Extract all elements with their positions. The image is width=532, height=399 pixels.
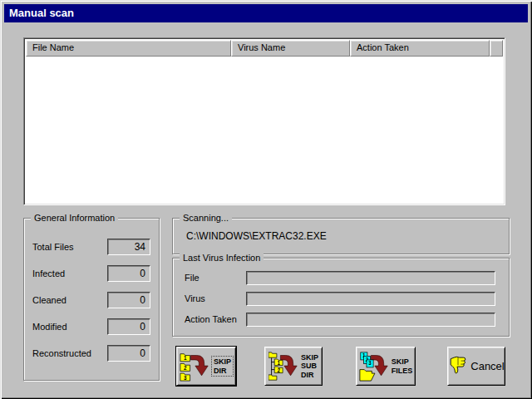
manual-scan-dialog: Manual scan File Name Virus Name Action … (0, 0, 532, 399)
modified-row: Modified 0 (32, 318, 150, 335)
reconstructed-row: Reconstructed 0 (32, 345, 150, 362)
skip-files-icon: 1 2 3 (359, 350, 389, 383)
scanning-group: Scanning... C:\WINDOWS\EXTRAC32.EXE (172, 218, 510, 254)
cleaned-label: Cleaned (32, 295, 66, 305)
skip-dir-label: SKIP DIR (212, 357, 233, 376)
general-information-group: General Information Total Files 34 Infec… (23, 218, 160, 381)
skip-sub-dir-button[interactable]: 1 2 SKIP SUB DIR (264, 347, 323, 386)
column-header-file-name[interactable]: File Name (26, 40, 231, 57)
column-header-virus-name[interactable]: Virus Name (231, 40, 350, 57)
scanning-title: Scanning... (180, 212, 232, 224)
skip-dir-icon: 1 2 3 (180, 350, 209, 383)
last-virus-action-value (246, 313, 495, 327)
thumbs-down-icon (448, 355, 468, 377)
list-header: File Name Virus Name Action Taken (26, 40, 503, 57)
scan-results-list[interactable]: File Name Virus Name Action Taken (23, 37, 505, 205)
files-icon: 1 2 3 (361, 352, 373, 367)
last-virus-infection-group: Last Virus Infection File Virus Action T… (172, 258, 510, 337)
svg-text:2: 2 (184, 365, 187, 371)
cancel-button[interactable]: Cancel (447, 347, 505, 386)
svg-text:1: 1 (277, 359, 280, 365)
folder-icon: 3 (180, 373, 190, 381)
last-virus-virus-row: Virus (185, 291, 495, 306)
last-virus-file-value (246, 271, 495, 285)
infected-row: Infected 0 (32, 265, 150, 282)
skip-sub-dir-label: SKIP SUB DIR (301, 353, 318, 379)
skip-files-label: SKIP FILES (392, 357, 413, 375)
cleaned-value: 0 (107, 292, 150, 308)
infected-value: 0 (107, 265, 150, 282)
u-turn-arrow-icon (190, 355, 208, 375)
list-body[interactable] (26, 57, 503, 203)
total-files-label: Total Files (32, 242, 74, 252)
general-information-title: General Information (31, 212, 118, 224)
skip-files-button[interactable]: 1 2 3 SKIP FILES (356, 347, 416, 386)
last-virus-action-label: Action Taken (185, 314, 246, 324)
last-virus-file-row: File (185, 270, 495, 285)
total-files-value: 34 (107, 239, 150, 255)
title-bar[interactable]: Manual scan (4, 4, 528, 22)
open-folder-icon (360, 369, 375, 381)
skip-sub-dir-icon: 1 2 (268, 350, 298, 383)
modified-label: Modified (32, 322, 67, 332)
last-virus-infection-title: Last Virus Infection (180, 252, 264, 264)
cleaned-row: Cleaned 0 (32, 292, 150, 308)
reconstructed-label: Reconstructed (32, 348, 91, 358)
skip-dir-button[interactable]: 1 2 3 SKIP DIR (176, 347, 236, 386)
modified-value: 0 (107, 318, 150, 335)
folder-icon: 2 (180, 363, 190, 371)
cancel-label: Cancel (470, 360, 504, 372)
svg-text:1: 1 (184, 355, 187, 361)
total-files-row: Total Files 34 (32, 239, 150, 255)
infected-label: Infected (32, 268, 65, 278)
last-virus-virus-label: Virus (185, 293, 246, 303)
column-header-filler (490, 40, 503, 57)
last-virus-action-row: Action Taken (185, 312, 495, 327)
reconstructed-value: 0 (107, 345, 150, 362)
last-virus-virus-value (246, 292, 495, 306)
svg-text:3: 3 (368, 360, 372, 366)
current-file-path: C:\WINDOWS\EXTRAC32.EXE (186, 230, 327, 242)
svg-text:3: 3 (184, 374, 187, 380)
svg-text:2: 2 (277, 367, 280, 372)
column-header-action-taken[interactable]: Action Taken (350, 40, 490, 57)
last-virus-file-label: File (185, 273, 246, 283)
folder-icon: 1 (180, 353, 190, 361)
window-title: Manual scan (9, 7, 74, 19)
